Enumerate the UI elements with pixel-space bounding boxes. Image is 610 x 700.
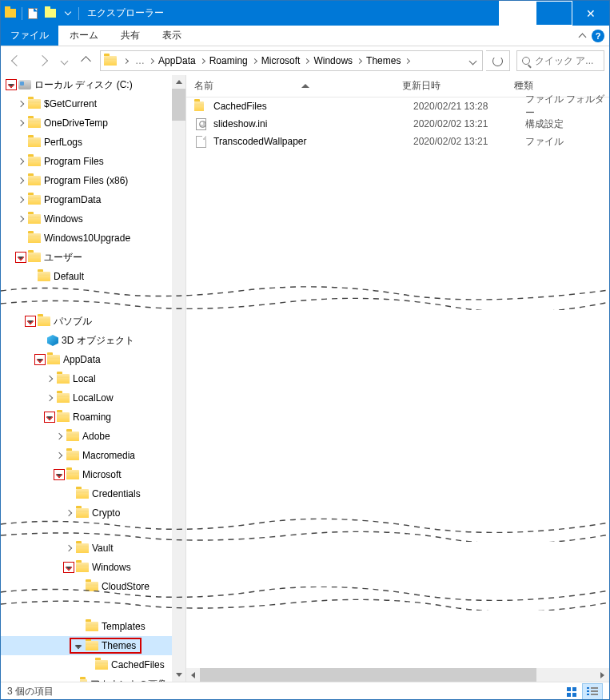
breadcrumb-segment[interactable]: Roaming — [207, 55, 250, 66]
expander-closed-icon[interactable] — [15, 156, 26, 167]
close-button[interactable]: ✕ — [572, 1, 609, 26]
expander-open-icon[interactable] — [25, 316, 36, 327]
tree-item-label: Microsoft — [82, 469, 126, 480]
folder-icon — [28, 253, 41, 262]
tree-item[interactable]: Program Files (x86) — [1, 171, 172, 190]
expander-closed-icon[interactable] — [54, 431, 65, 442]
expander-closed-icon[interactable] — [15, 175, 26, 186]
nav-up-button[interactable] — [74, 50, 97, 72]
expander-closed-icon[interactable] — [15, 194, 26, 205]
qa-customize-dropdown[interactable] — [59, 5, 77, 22]
expander-closed-icon[interactable] — [63, 507, 74, 519]
tree-item[interactable]: LocalLow — [1, 388, 172, 408]
column-date[interactable]: 更新日時 — [394, 79, 506, 93]
tree-item[interactable]: PerfLogs — [1, 133, 172, 152]
view-details-button[interactable] — [582, 683, 603, 701]
scroll-left-button[interactable] — [186, 668, 200, 682]
breadcrumb-segment[interactable]: Themes — [364, 55, 403, 66]
tree-item[interactable]: Windows — [1, 209, 172, 229]
minimize-button[interactable] — [499, 1, 536, 26]
file-row[interactable]: slideshow.ini2020/02/02 13:21構成設定 — [186, 115, 609, 133]
chevron-right-icon[interactable] — [149, 58, 154, 63]
tree-item[interactable]: $GetCurrent — [1, 94, 172, 113]
tree-item[interactable]: Microsoft — [1, 465, 172, 484]
tree-item[interactable]: Adobe — [1, 427, 172, 446]
ribbon-collapse-icon[interactable] — [580, 32, 585, 40]
qa-new-folder-icon[interactable] — [42, 5, 59, 22]
expander-closed-icon[interactable] — [54, 450, 65, 461]
expander-open-icon[interactable] — [63, 562, 74, 573]
refresh-button[interactable] — [486, 50, 510, 71]
tree-item[interactable]: Crypto — [1, 503, 172, 523]
breadcrumb-segment[interactable]: Windows — [311, 55, 355, 66]
scroll-thumb[interactable] — [200, 668, 536, 682]
column-name[interactable]: 名前 — [186, 79, 394, 93]
column-type[interactable]: 種類 — [506, 79, 609, 93]
expander-open-icon[interactable] — [34, 354, 46, 365]
expander-closed-icon[interactable] — [15, 117, 26, 129]
breadcrumb-segment[interactable]: Microsoft — [259, 55, 303, 66]
address-dropdown[interactable] — [464, 58, 482, 64]
tree-item[interactable]: CachedFiles — [1, 655, 172, 674]
nav-back-button[interactable] — [6, 50, 28, 72]
maximize-button[interactable] — [536, 1, 572, 26]
tree-item[interactable]: Windows — [1, 558, 172, 577]
tree-item-label: Vault — [92, 543, 118, 554]
chevron-right-icon[interactable] — [123, 58, 129, 63]
expander-open-icon[interactable] — [44, 412, 55, 423]
tree-item[interactable]: Credentials — [1, 484, 172, 503]
chevron-right-icon[interactable] — [200, 58, 205, 63]
expander-open-icon[interactable] — [6, 79, 17, 90]
list-hscrollbar[interactable] — [186, 668, 609, 682]
scroll-up-button[interactable] — [172, 75, 185, 89]
tree-item[interactable]: ProgramData — [1, 190, 172, 209]
address-bar[interactable]: … AppDataRoamingMicrosoftWindowsThemes — [100, 50, 483, 71]
tree-item[interactable]: ユーザー — [1, 248, 172, 267]
tree-item[interactable]: Roaming — [1, 408, 172, 427]
expander-closed-icon[interactable] — [15, 98, 26, 109]
scroll-down-button[interactable] — [172, 668, 185, 682]
expander-open-icon[interactable] — [54, 469, 65, 480]
tree-item[interactable]: ローカル ディスク (C:) — [1, 75, 172, 94]
tree-item[interactable]: Program Files — [1, 152, 172, 171]
expander-open-icon[interactable] — [15, 252, 26, 263]
tab-view[interactable]: 表示 — [151, 26, 193, 46]
tree-item[interactable]: Themes — [1, 636, 172, 655]
tab-share[interactable]: 共有 — [110, 26, 151, 46]
tree-item[interactable]: パソブル — [1, 312, 172, 331]
tree-item[interactable]: Templates — [1, 617, 172, 636]
tree-item[interactable]: Default — [1, 267, 172, 286]
qa-properties-icon[interactable] — [24, 5, 42, 22]
tree-scrollbar[interactable] — [172, 75, 185, 682]
chevron-right-icon[interactable] — [252, 58, 257, 63]
tree-item[interactable]: Vault — [1, 539, 172, 558]
tree-item[interactable]: Local — [1, 369, 172, 388]
search-input[interactable]: クイック ア... — [516, 50, 604, 71]
nav-history-dropdown[interactable] — [57, 50, 71, 72]
expander-closed-icon[interactable] — [63, 543, 74, 554]
expander-closed-icon[interactable] — [44, 373, 55, 384]
breadcrumb-segment[interactable]: AppData — [156, 55, 198, 66]
view-large-icons-button[interactable] — [561, 683, 582, 701]
tree-item[interactable]: AppData — [1, 350, 172, 369]
expander-open-icon[interactable] — [73, 640, 84, 651]
help-icon[interactable]: ? — [592, 30, 604, 42]
tab-home[interactable]: ホーム — [58, 26, 110, 46]
chevron-right-icon[interactable] — [405, 58, 410, 63]
file-row[interactable]: TranscodedWallpaper2020/02/02 13:21ファイル — [186, 133, 609, 150]
tree-item[interactable]: Windows10Upgrade — [1, 229, 172, 248]
tree-item[interactable]: Macromedia — [1, 446, 172, 465]
nav-forward-button[interactable] — [31, 50, 54, 72]
file-row[interactable]: CachedFiles2020/02/21 13:28ファイル フォルダー — [186, 97, 609, 115]
scroll-right-button[interactable] — [596, 668, 609, 682]
tree-item[interactable]: OneDriveTemp — [1, 113, 172, 133]
tree-item[interactable]: CloudStore — [1, 577, 172, 596]
chevron-right-icon[interactable] — [357, 58, 362, 63]
chevron-right-icon[interactable] — [304, 58, 309, 63]
expander-closed-icon[interactable] — [15, 213, 26, 225]
expander-closed-icon[interactable] — [44, 392, 55, 404]
tree-item[interactable]: 3D オブジェクト — [1, 331, 172, 350]
tree-item[interactable]: アカウントの画像 — [1, 674, 172, 682]
scroll-thumb[interactable] — [172, 89, 185, 121]
tab-file[interactable]: ファイル — [1, 26, 58, 46]
